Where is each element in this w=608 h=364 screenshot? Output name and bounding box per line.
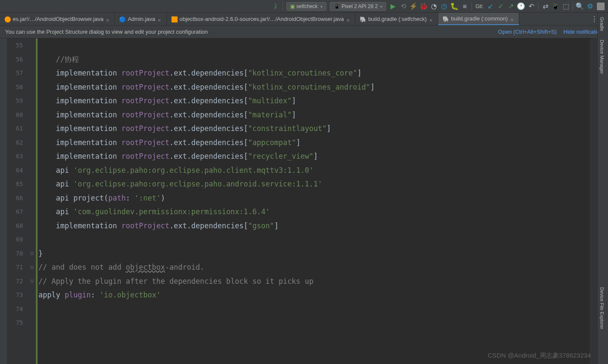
line-number: 56	[7, 52, 28, 67]
code-line[interactable]: implementation rootProject.ext.dependenc…	[38, 122, 590, 136]
close-icon[interactable]: ×	[346, 17, 351, 21]
line-number: 68	[7, 219, 28, 233]
fold-marker[interactable]: ⊟	[28, 247, 36, 261]
fold-marker[interactable]: ⊟	[28, 274, 36, 288]
line-number: 61	[7, 122, 28, 136]
code-line[interactable]: implementation rootProject.ext.dependenc…	[38, 108, 590, 122]
line-number: 65	[7, 177, 28, 191]
line-number: 70	[7, 247, 28, 261]
fold-marker	[28, 38, 36, 52]
fold-marker[interactable]: ⊟	[28, 260, 36, 274]
fold-marker	[28, 191, 36, 205]
code-line[interactable]: implementation rootProject.ext.dependenc…	[38, 80, 590, 94]
line-number: 69	[7, 233, 28, 247]
fold-marker	[28, 288, 36, 302]
code-line[interactable]: api project(path: ':net')	[38, 191, 590, 205]
file-icon: 🐘	[442, 16, 448, 22]
file-icon: 🟠	[4, 16, 10, 22]
code-line[interactable]	[38, 316, 590, 330]
attach-debugger-icon[interactable]: 🐛	[451, 3, 458, 10]
git-commit-icon[interactable]: ✓	[497, 3, 504, 10]
debug-icon[interactable]: 🐞	[420, 3, 427, 10]
code-line[interactable]: api 'com.guolindev.permissionx:permissio…	[38, 205, 590, 219]
close-icon[interactable]: ×	[429, 17, 433, 21]
code-line[interactable]: implementation rootProject.ext.dependenc…	[38, 149, 590, 163]
settings-icon[interactable]: ⚙	[587, 3, 593, 10]
debug-restart-icon[interactable]: ⟲	[400, 3, 407, 10]
tab-label: build.gradle (:common)	[451, 15, 508, 22]
device-dropdown[interactable]: 📱 Pixel 2 API 28 2	[330, 2, 387, 11]
tab-label: es.jar!/…/AndroidObjectBrowser.java	[13, 16, 103, 22]
gradle-tool-button[interactable]: Gradle	[598, 13, 606, 35]
code-line[interactable]: apply plugin: 'io.objectbox'	[38, 288, 590, 302]
git-pull-icon[interactable]: ↙	[487, 3, 494, 10]
device-manager-tool-button[interactable]: Device Manager	[598, 35, 606, 78]
code-line[interactable]	[38, 302, 590, 316]
editor-tab[interactable]: 🟠es.jar!/…/AndroidObjectBrowser.java×	[0, 13, 115, 25]
fold-marker	[28, 302, 36, 316]
editor-tab[interactable]: 🔵Admin.java×	[115, 13, 166, 25]
sync-icon[interactable]: ⤸	[272, 3, 279, 10]
code-line[interactable]: }	[38, 247, 590, 261]
fold-marker	[28, 177, 36, 191]
device-file-explorer-tool-button[interactable]: Device File Explorer	[598, 283, 606, 333]
code-line[interactable]: api 'org.eclipse.paho:org.eclipse.paho.a…	[38, 177, 590, 191]
code-line[interactable]: //协程	[38, 52, 590, 67]
code-line[interactable]: // and does not add objectbox-android.	[38, 260, 590, 274]
coverage-icon[interactable]: ◔	[431, 3, 437, 10]
fold-marker	[28, 52, 36, 67]
device-icon[interactable]: 📱	[552, 3, 559, 10]
code-with-me-icon[interactable]: ⇄	[542, 3, 549, 10]
code-editor[interactable]: //协程 implementation rootProject.ext.depe…	[36, 38, 590, 364]
fold-marker	[28, 66, 36, 80]
search-icon[interactable]: 🔍	[576, 3, 583, 10]
git-push-icon[interactable]: ↗	[507, 3, 514, 10]
editor-tab[interactable]: 🐘build.gradle (:selfcheck)×	[355, 13, 438, 25]
fold-marker	[28, 94, 36, 108]
rollback-icon[interactable]: ↶	[528, 3, 535, 10]
line-number: 75	[7, 316, 28, 330]
line-number: 57	[7, 66, 28, 80]
line-number: 64	[7, 163, 28, 178]
error-stripe	[590, 38, 597, 364]
editor-tab[interactable]: 🟧objectbox-android-2.6.0-sources.jar!/…/…	[167, 13, 355, 25]
open-project-structure-link[interactable]: Open (Ctrl+Alt+Shift+S)	[498, 29, 557, 35]
avd-icon[interactable]: ⬚	[562, 3, 569, 10]
line-number: 59	[7, 94, 28, 108]
main-toolbar: ⤸ ▣ selfcheck 📱 Pixel 2 API 28 2 ▶ ⟲ ⚡ 🐞…	[0, 0, 608, 13]
run-icon[interactable]: ▶	[390, 3, 396, 10]
line-number: 60	[7, 108, 28, 122]
more-tabs-icon[interactable]: ⋮	[591, 16, 598, 23]
code-line[interactable]: implementation rootProject.ext.dependenc…	[38, 219, 590, 233]
run-config-label: selfcheck	[297, 3, 318, 9]
line-number: 72	[7, 274, 28, 288]
git-history-icon[interactable]: 🕐	[518, 3, 524, 10]
code-line[interactable]: api 'org.eclipse.paho:org.eclipse.paho.c…	[38, 163, 590, 178]
fold-gutter: ⊟⊟⊟	[28, 38, 36, 364]
run-config-dropdown[interactable]: ▣ selfcheck	[286, 2, 326, 11]
line-number: 74	[7, 302, 28, 316]
editor-tab[interactable]: 🐘build.gradle (:common)×	[438, 13, 519, 25]
close-icon[interactable]: ×	[510, 17, 515, 21]
code-line[interactable]	[38, 38, 590, 52]
fold-marker	[28, 108, 36, 122]
fold-marker	[28, 80, 36, 94]
editor-tabs: 🟠es.jar!/…/AndroidObjectBrowser.java×🔵Ad…	[0, 13, 608, 26]
code-line[interactable]: implementation rootProject.ext.dependenc…	[38, 136, 590, 150]
code-line[interactable]: implementation rootProject.ext.dependenc…	[38, 94, 590, 108]
code-line[interactable]: implementation rootProject.ext.dependenc…	[38, 66, 590, 80]
close-icon[interactable]: ×	[158, 17, 162, 21]
apply-changes-icon[interactable]: ⚡	[410, 3, 417, 10]
fold-marker	[28, 136, 36, 150]
editor-area: 5556575859606162636465666768697071727374…	[0, 38, 597, 364]
right-tool-rail: Gradle Device Manager Device File Explor…	[597, 13, 608, 364]
project-structure-notification: You can use the Project Structure dialog…	[0, 26, 608, 38]
profiler-icon[interactable]: ◷	[441, 3, 448, 10]
code-line[interactable]	[38, 233, 590, 247]
fold-marker	[28, 316, 36, 330]
close-icon[interactable]: ×	[106, 17, 110, 21]
code-line[interactable]: // Apply the plugin after the dependenci…	[38, 274, 590, 288]
stop-icon[interactable]: ■	[461, 3, 468, 10]
notification-text: You can use the Project Structure dialog…	[5, 29, 492, 35]
account-icon[interactable]	[597, 3, 605, 10]
